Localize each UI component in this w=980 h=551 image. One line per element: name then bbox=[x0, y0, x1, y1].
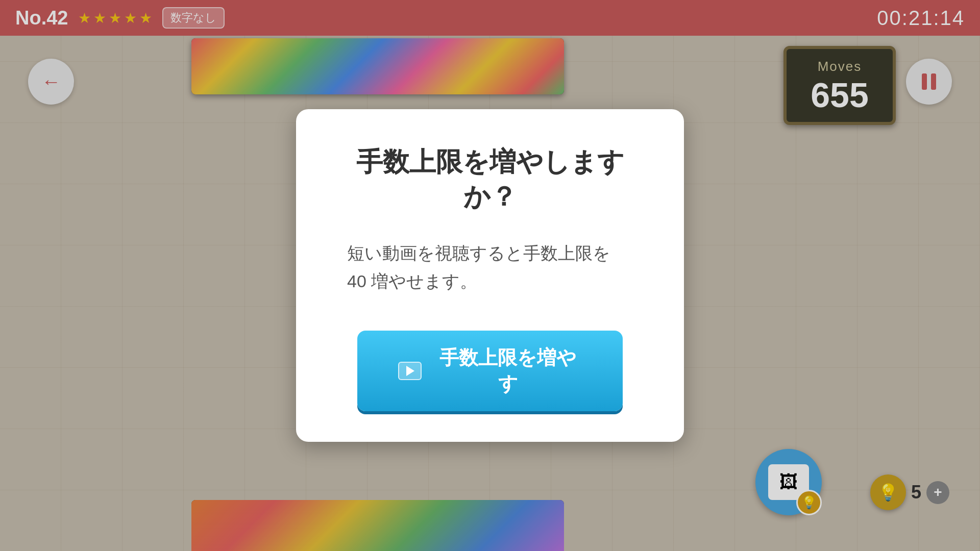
video-play-icon bbox=[398, 362, 422, 380]
modal-body-line2: 40 増やせます。 bbox=[347, 271, 477, 291]
modal-overlay: 手数上限を増やしますか？ 短い動画を視聴すると手数上限を 40 増やせます。 手… bbox=[0, 0, 980, 551]
modal-title: 手数上限を増やしますか？ bbox=[337, 145, 643, 214]
increase-moves-label: 手数上限を増やす bbox=[434, 345, 582, 397]
modal-body-line1: 短い動画を視聴すると手数上限を bbox=[347, 243, 610, 263]
play-triangle bbox=[406, 366, 414, 376]
modal-body: 短い動画を視聴すると手数上限を 40 増やせます。 bbox=[347, 239, 610, 295]
increase-moves-button[interactable]: 手数上限を増やす bbox=[357, 331, 623, 411]
modal-dialog: 手数上限を増やしますか？ 短い動画を視聴すると手数上限を 40 増やせます。 手… bbox=[296, 109, 684, 442]
